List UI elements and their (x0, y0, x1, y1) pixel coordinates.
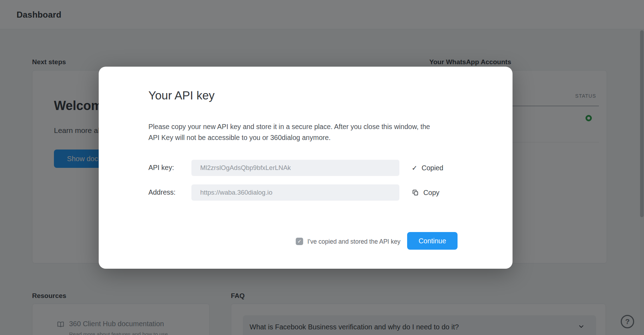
api-key-stored-checkbox-label[interactable]: I've copied and stored the API key (307, 238, 400, 245)
modal-description: Please copy your new API key and store i… (148, 121, 430, 143)
copied-status-label: Copied (422, 164, 443, 172)
copy-button-label: Copy (423, 189, 440, 197)
copy-icon (412, 189, 419, 196)
modal-footer: ✓ I've copied and stored the API key Con… (99, 232, 513, 250)
address-field[interactable]: https://waba.360dialog.io (191, 184, 399, 201)
continue-button[interactable]: Continue (407, 232, 458, 250)
address-label: Address: (148, 188, 176, 196)
api-key-field[interactable]: Ml2zrslOgAdsQbp9bfxLerLNAk (191, 160, 399, 176)
copied-status: ✓ Copied (412, 163, 443, 173)
check-icon: ✓ (412, 164, 417, 172)
checkbox-check-icon: ✓ (298, 238, 302, 244)
copy-address-button[interactable]: Copy (412, 188, 440, 197)
api-key-label: API key: (148, 164, 174, 172)
api-key-stored-checkbox[interactable]: ✓ (296, 238, 303, 245)
modal-title: Your API key (148, 89, 215, 102)
modal-description-line2: API Key will not be accessible to you or… (148, 132, 430, 143)
api-key-modal: Your API key Please copy your new API ke… (99, 67, 513, 269)
modal-description-line1: Please copy your new API key and store i… (148, 121, 430, 132)
